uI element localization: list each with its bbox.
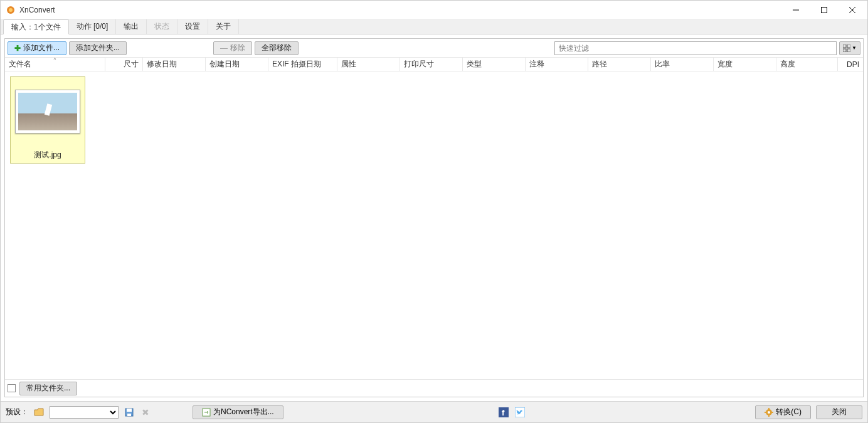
file-thumbnail[interactable]: 测试.jpg — [10, 76, 85, 164]
chevron-down-icon: ▼ — [852, 45, 857, 51]
thumbnail-image — [15, 90, 80, 133]
col-label: 创建日期 — [209, 59, 240, 70]
svg-point-18 — [768, 411, 770, 414]
twitter-icon[interactable] — [514, 407, 526, 418]
input-toolbar: ✚ 添加文件... 添加文件夹... — 移除 全部移除 — [5, 39, 863, 58]
svg-rect-19 — [768, 408, 770, 410]
file-list[interactable]: 测试.jpg — [5, 71, 863, 379]
col-label: 属性 — [341, 59, 356, 70]
thumbnail-filename: 测试.jpg — [34, 150, 61, 160]
tab-status: 状态 — [147, 19, 177, 34]
delete-preset-icon[interactable]: ✖ — [140, 407, 151, 418]
close-app-button[interactable]: 关闭 — [816, 405, 862, 419]
preset-label: 预设： — [6, 407, 28, 417]
col-label: 注释 — [529, 59, 544, 70]
content-area: ✚ 添加文件... 添加文件夹... — 移除 全部移除 — [1, 34, 867, 401]
col-label: 高度 — [780, 59, 795, 70]
col-ratio[interactable]: 比率 — [651, 58, 714, 71]
view-mode-button[interactable]: ▼ — [839, 41, 860, 55]
convert-button[interactable]: 转换(C) — [755, 405, 811, 419]
close-button[interactable] — [838, 1, 866, 19]
hot-folder-button[interactable]: 常用文件夹... — [19, 382, 77, 395]
svg-rect-7 — [847, 44, 850, 48]
svg-rect-22 — [771, 412, 773, 413]
col-type[interactable]: 类型 — [463, 58, 526, 71]
tab-label: 输出 — [124, 21, 139, 32]
svg-rect-9 — [847, 49, 850, 52]
col-comment[interactable]: 注释 — [526, 58, 588, 71]
tab-settings[interactable]: 设置 — [177, 19, 208, 34]
app-icon — [6, 5, 16, 15]
button-label: 全部移除 — [262, 43, 292, 53]
col-size[interactable]: 尺寸 — [105, 58, 143, 71]
tab-label: 状态 — [154, 21, 169, 32]
tab-about[interactable]: 关于 — [208, 19, 239, 34]
col-dpi[interactable]: DPI — [838, 58, 863, 71]
quick-filter-input[interactable] — [554, 41, 837, 55]
add-file-button[interactable]: ✚ 添加文件... — [8, 41, 66, 55]
col-label: 比率 — [655, 59, 670, 70]
tab-input[interactable]: 输入：1个文件 — [3, 19, 69, 34]
col-modified[interactable]: 修改日期 — [143, 58, 206, 71]
button-label: 常用文件夹... — [26, 383, 70, 394]
preset-select[interactable] — [50, 406, 119, 419]
input-panel: ✚ 添加文件... 添加文件夹... — 移除 全部移除 — [4, 38, 864, 397]
svg-rect-20 — [768, 415, 770, 417]
tab-label: 输入：1个文件 — [11, 22, 61, 33]
minimize-button[interactable] — [781, 1, 810, 19]
statusbar: 预设： ✖ 为NConvert导出... f 转换(C) — [1, 401, 867, 422]
svg-rect-8 — [843, 49, 846, 52]
open-preset-icon[interactable] — [33, 407, 45, 418]
col-label: 宽度 — [717, 59, 733, 70]
svg-text:f: f — [502, 408, 505, 417]
tab-output[interactable]: 输出 — [116, 19, 147, 34]
facebook-icon[interactable]: f — [498, 407, 509, 418]
col-height[interactable]: 高度 — [776, 58, 838, 71]
col-label: 修改日期 — [147, 59, 177, 70]
tab-label: 动作 [0/0] — [77, 21, 109, 32]
svg-rect-11 — [127, 409, 132, 412]
remove-all-button[interactable]: 全部移除 — [255, 41, 299, 55]
grid-icon — [843, 44, 850, 52]
svg-rect-12 — [127, 414, 131, 416]
sort-asc-icon: ^ — [54, 58, 56, 62]
button-label: 添加文件夹... — [76, 43, 120, 53]
col-label: 类型 — [467, 59, 482, 70]
save-preset-icon[interactable] — [124, 407, 135, 418]
panel-footer: 常用文件夹... — [5, 379, 863, 397]
column-headers: ^ 文件名 尺寸 修改日期 创建日期 EXIF 拍摄日期 属性 打印尺寸 类型 … — [5, 58, 863, 71]
export-nconvert-button[interactable]: 为NConvert导出... — [193, 405, 283, 419]
gear-icon — [765, 408, 773, 417]
col-print-size[interactable]: 打印尺寸 — [400, 58, 463, 71]
remove-button[interactable]: — 移除 — [213, 41, 252, 55]
col-exif[interactable]: EXIF 拍摄日期 — [268, 58, 337, 71]
window-controls — [781, 1, 866, 19]
app-window: XnConvert 输入：1个文件 动作 [0/0] 输出 状态 设置 关于 — [0, 0, 868, 423]
button-label: 转换(C) — [776, 407, 802, 417]
button-label: 添加文件... — [23, 43, 60, 53]
window-title: XnConvert — [19, 6, 781, 14]
tab-actions[interactable]: 动作 [0/0] — [69, 19, 117, 34]
titlebar: XnConvert — [1, 1, 867, 19]
col-created[interactable]: 创建日期 — [206, 58, 268, 71]
minus-icon: — — [220, 44, 228, 53]
add-folder-button[interactable]: 添加文件夹... — [69, 41, 127, 55]
export-icon — [202, 408, 211, 417]
col-attrs[interactable]: 属性 — [337, 58, 400, 71]
plus-icon: ✚ — [14, 44, 21, 53]
button-label: 移除 — [230, 43, 245, 53]
hot-folder-checkbox[interactable] — [8, 384, 16, 392]
button-label: 为NConvert导出... — [213, 407, 274, 417]
tab-label: 设置 — [185, 21, 200, 32]
col-path[interactable]: 路径 — [588, 58, 651, 71]
col-width[interactable]: 宽度 — [714, 58, 776, 71]
tab-label: 关于 — [216, 21, 231, 32]
col-label: 打印尺寸 — [404, 59, 434, 70]
col-filename[interactable]: ^ 文件名 — [5, 58, 105, 71]
svg-rect-21 — [765, 412, 766, 413]
col-label: EXIF 拍摄日期 — [272, 59, 321, 70]
maximize-button[interactable] — [810, 1, 838, 19]
tabstrip: 输入：1个文件 动作 [0/0] 输出 状态 设置 关于 — [1, 19, 867, 34]
col-label: DPI — [847, 60, 859, 69]
col-label: 路径 — [592, 59, 607, 70]
